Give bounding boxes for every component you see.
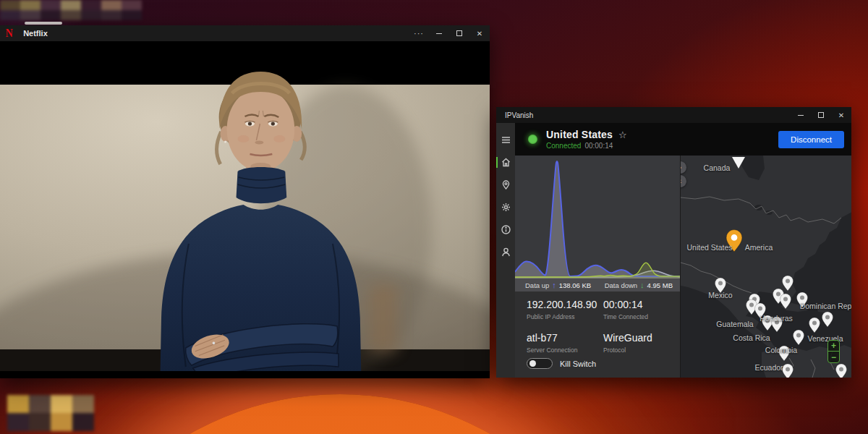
server-connection-value: atl-b77 <box>527 332 603 344</box>
netflix-window: N Netflix ··· ✕ <box>0 25 490 378</box>
zoom-in-button[interactable]: + <box>828 341 839 352</box>
ipvanish-close-button[interactable]: ✕ <box>831 111 851 119</box>
traffic-graph-svg <box>515 156 680 278</box>
map-label-mexico: Mexico <box>708 291 732 299</box>
stats-grid: 192.200.148.90 Public IP Address 00:00:1… <box>515 292 680 354</box>
map-label-united-states: United States <box>686 243 732 252</box>
netflix-logo-icon: N <box>6 27 13 40</box>
time-connected-stat: 00:00:14 Time Connected <box>603 299 680 320</box>
data-down-value: 4.95 MB <box>647 281 673 289</box>
protocol-label: Protocol <box>603 346 680 354</box>
netflix-close-button[interactable]: ✕ <box>469 30 490 38</box>
ipvanish-titlebar[interactable]: IPVanish ✕ <box>496 107 851 123</box>
server-connection-label: Server Connection <box>527 346 603 354</box>
public-ip-label: Public IP Address <box>527 313 603 320</box>
server-pin[interactable] <box>822 312 833 327</box>
ipvanish-maximize-button[interactable] <box>811 112 831 118</box>
connected-server-name: United States <box>546 129 613 140</box>
desktop-icons-blurred-top <box>0 0 142 20</box>
server-pin[interactable] <box>793 330 804 345</box>
data-up-label: Data up <box>525 281 549 289</box>
map-label-ecuador: Ecuador <box>754 363 783 372</box>
map-label-dominican-rep-: Dominican Rep. <box>800 302 851 310</box>
time-connected-value: 00:00:14 <box>603 299 680 310</box>
netflix-minimize-button[interactable] <box>429 33 449 34</box>
desktop-icons-blurred-bottom <box>7 395 94 431</box>
info-icon[interactable] <box>496 220 515 239</box>
ipvanish-window-title: IPVanish <box>505 111 533 119</box>
map-triangle-marker[interactable] <box>732 157 745 169</box>
netflix-titlebar[interactable]: N Netflix ··· ✕ <box>0 25 490 41</box>
protocol-value: WireGuard <box>603 332 680 344</box>
desktop-wallpaper: N Netflix ··· ✕ <box>0 0 868 434</box>
connection-stats-panel: Data up ↑ 138.06 KB Data down ↓ 4.95 MB <box>515 156 680 378</box>
connected-status-dot-icon <box>528 135 537 144</box>
map-label-honduras: Honduras <box>760 314 793 323</box>
map-label-guatemala: Guatemala <box>716 320 753 328</box>
home-icon[interactable] <box>496 153 515 172</box>
traffic-graph <box>515 156 680 278</box>
public-ip-value: 192.200.148.90 <box>527 299 603 310</box>
map-zoom-control: + − <box>827 340 840 363</box>
ipvanish-sidebar <box>496 123 515 378</box>
settings-gear-icon[interactable] <box>496 197 515 217</box>
location-pin-icon[interactable] <box>496 175 515 195</box>
map-pin-layer <box>681 156 851 378</box>
netflix-video-player[interactable] <box>0 63 490 371</box>
connection-header: United States ☆ Connected00:00:14 Discon… <box>515 123 851 156</box>
upload-arrow-icon: ↑ <box>552 281 556 289</box>
kill-switch-label: Kill Switch <box>560 359 596 368</box>
server-pin[interactable] <box>783 364 793 378</box>
server-connection-stat: atl-b77 Server Connection <box>527 332 603 354</box>
map-label-america: America <box>745 243 773 252</box>
wallpaper-glow-ring <box>36 394 644 434</box>
kill-switch-toggle[interactable] <box>527 358 553 369</box>
server-map[interactable]: CanadaUnited StatesAmericaMexicoGuatemal… <box>680 156 851 378</box>
server-pin[interactable] <box>836 364 847 378</box>
map-label-costa-rica: Costa Rica <box>733 333 770 342</box>
netflix-menu-button[interactable]: ··· <box>409 29 429 38</box>
time-connected-label: Time Connected <box>603 313 680 320</box>
download-arrow-icon: ↓ <box>640 281 644 289</box>
favorite-star-icon[interactable]: ☆ <box>618 129 627 140</box>
map-label-canada: Canada <box>704 163 731 172</box>
desktop-blur-highlight <box>25 22 62 25</box>
ipvanish-window: IPVanish ✕ <box>496 107 851 378</box>
netflix-window-title: Netflix <box>23 29 48 38</box>
ipvanish-minimize-button[interactable] <box>791 115 811 116</box>
zoom-out-button[interactable]: − <box>828 352 839 362</box>
server-pin[interactable] <box>783 276 793 291</box>
video-frame-woman-scene <box>0 63 490 371</box>
menu-icon[interactable] <box>496 130 515 150</box>
connection-status-text: Connected <box>546 142 581 150</box>
disconnect-button[interactable]: Disconnect <box>778 131 844 148</box>
data-down-label: Data down <box>605 281 637 289</box>
map-label-colombia: Colombia <box>765 346 797 354</box>
account-icon[interactable] <box>496 242 515 262</box>
server-pin[interactable] <box>809 318 820 333</box>
data-up-value: 138.06 KB <box>559 281 591 289</box>
data-transfer-bar: Data up ↑ 138.06 KB Data down ↓ 4.95 MB <box>515 278 680 292</box>
netflix-maximize-button[interactable] <box>449 30 469 36</box>
connection-timer: 00:00:14 <box>584 142 613 150</box>
protocol-stat: WireGuard Protocol <box>603 332 680 354</box>
server-pin[interactable] <box>780 294 791 309</box>
public-ip-stat: 192.200.148.90 Public IP Address <box>527 299 603 320</box>
